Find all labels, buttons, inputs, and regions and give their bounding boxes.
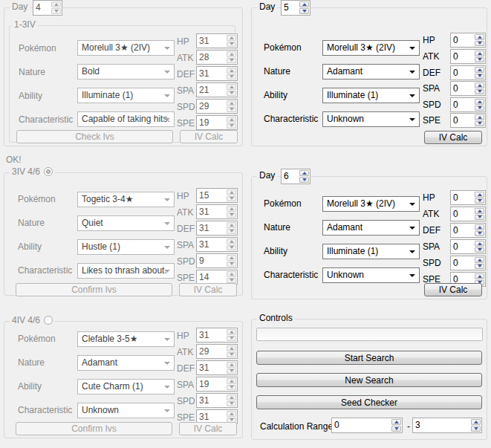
hp-spinner[interactable]: 0 xyxy=(450,190,486,205)
spin-up-button[interactable] xyxy=(227,329,236,335)
characteristic-select[interactable]: Capable of taking hits. xyxy=(77,111,175,127)
atk-spinner[interactable]: 28 xyxy=(196,50,238,65)
spin-down-button[interactable] xyxy=(227,42,236,48)
spin-down-button[interactable] xyxy=(227,278,236,284)
spa-spinner[interactable]: 0 xyxy=(450,81,486,96)
spin-up-button[interactable] xyxy=(475,82,484,88)
range-from-spinner[interactable]: 0 xyxy=(331,418,403,433)
spin-up-button[interactable] xyxy=(227,255,236,261)
spin-up-button[interactable] xyxy=(227,411,236,417)
characteristic-select[interactable]: Unknown xyxy=(322,111,420,127)
spin-down-button[interactable] xyxy=(227,352,236,358)
spa-spinner[interactable]: 0 xyxy=(450,239,486,254)
spe-spinner[interactable]: 14 xyxy=(196,270,238,285)
pokemon-select[interactable]: Morelull 3★ (2IV) xyxy=(322,196,420,212)
spin-down-button[interactable] xyxy=(227,401,236,407)
spin-down-button[interactable] xyxy=(227,245,236,251)
confirm-ivs-button[interactable]: Confirm Ivs xyxy=(16,422,172,435)
spin-down-button[interactable] xyxy=(475,105,484,111)
spd-spinner[interactable]: 29 xyxy=(196,99,238,114)
spa-spinner[interactable]: 21 xyxy=(196,82,238,97)
spin-down-button[interactable] xyxy=(227,336,236,342)
confirm-ivs-button[interactable]: Confirm Ivs xyxy=(16,283,172,296)
ability-select[interactable]: Illuminate (1) xyxy=(322,88,420,103)
spin-up-button[interactable] xyxy=(227,206,236,212)
ability-select[interactable]: Illuminate (1) xyxy=(322,244,420,259)
spin-down-button[interactable] xyxy=(471,426,481,432)
atk-spinner[interactable]: 31 xyxy=(196,204,238,219)
spin-down-button[interactable] xyxy=(475,264,484,270)
spe-spinner[interactable]: 0 xyxy=(450,113,486,128)
spin-down-button[interactable] xyxy=(475,89,484,95)
spin-up-button[interactable] xyxy=(227,345,236,351)
spin-up-button[interactable] xyxy=(471,419,481,425)
spin-down-button[interactable] xyxy=(227,212,236,218)
pokemon-select[interactable]: Morelull 3★ (2IV) xyxy=(77,40,175,56)
def-spinner[interactable]: 31 xyxy=(196,66,238,81)
spin-up-button[interactable] xyxy=(227,100,236,106)
atk-spinner[interactable]: 0 xyxy=(450,207,486,221)
atk-spinner[interactable]: 0 xyxy=(450,49,486,64)
spin-up-button[interactable] xyxy=(475,273,484,279)
check-ivs-button[interactable]: Check Ivs xyxy=(16,130,173,143)
pokemon-select[interactable]: Clefable 3-5★ xyxy=(77,331,175,347)
nature-select[interactable]: Adamant xyxy=(322,220,420,236)
day-spinner[interactable]: 5 xyxy=(281,0,310,16)
spin-up-button[interactable] xyxy=(227,35,236,41)
spin-down-button[interactable] xyxy=(227,74,236,80)
spin-up-button[interactable] xyxy=(227,189,236,195)
spin-down-button[interactable] xyxy=(475,74,484,79)
day-spinner[interactable]: 4 xyxy=(33,0,62,16)
hp-spinner[interactable]: 31 xyxy=(196,33,238,48)
spin-up-button[interactable] xyxy=(227,51,236,57)
spin-up-button[interactable] xyxy=(475,67,484,73)
spin-down-button[interactable] xyxy=(475,121,484,127)
nature-select[interactable]: Adamant xyxy=(322,64,420,79)
spin-down-button[interactable] xyxy=(475,231,484,237)
spin-up-button[interactable] xyxy=(227,271,236,277)
hp-spinner[interactable]: 31 xyxy=(196,328,238,343)
spin-up-button[interactable] xyxy=(391,419,401,425)
spin-down-button[interactable] xyxy=(227,91,236,97)
pokemon-select[interactable]: Morelull 3★ (2IV) xyxy=(322,40,420,56)
spin-down-button[interactable] xyxy=(299,177,309,183)
spd-spinner[interactable]: 31 xyxy=(196,393,238,408)
spa-spinner[interactable]: 19 xyxy=(196,377,238,392)
spd-spinner[interactable]: 0 xyxy=(450,97,486,112)
def-spinner[interactable]: 0 xyxy=(450,65,486,80)
seed-checker-button[interactable]: Seed Checker xyxy=(256,395,482,409)
iv-calc-button[interactable]: IV Calc xyxy=(424,131,482,144)
spin-up-button[interactable] xyxy=(299,170,309,176)
spin-down-button[interactable] xyxy=(299,8,309,14)
spe-spinner[interactable]: 19 xyxy=(196,115,238,130)
spin-up-button[interactable] xyxy=(227,378,236,384)
spin-down-button[interactable] xyxy=(227,262,236,267)
atk-spinner[interactable]: 29 xyxy=(196,344,238,359)
ability-select[interactable]: Illuminate (1) xyxy=(77,88,175,103)
pokemon-select[interactable]: Togetic 3-4★ xyxy=(77,192,175,207)
spin-down-button[interactable] xyxy=(391,426,401,432)
spin-down-button[interactable] xyxy=(51,8,61,14)
spin-down-button[interactable] xyxy=(227,58,236,64)
def-spinner[interactable]: 31 xyxy=(196,360,238,375)
range-to-spinner[interactable]: 3 xyxy=(412,418,482,433)
hp-spinner[interactable]: 15 xyxy=(196,188,238,203)
spin-up-button[interactable] xyxy=(51,1,61,7)
spin-up-button[interactable] xyxy=(475,114,484,120)
spin-up-button[interactable] xyxy=(475,51,484,56)
spin-up-button[interactable] xyxy=(227,222,236,228)
spin-down-button[interactable] xyxy=(227,229,236,235)
spin-up-button[interactable] xyxy=(227,117,236,123)
radio-3iv[interactable] xyxy=(44,167,53,176)
spin-up-button[interactable] xyxy=(227,362,236,368)
spin-up-button[interactable] xyxy=(227,68,236,74)
start-search-button[interactable]: Start Search xyxy=(256,351,482,365)
day-spinner[interactable]: 6 xyxy=(281,169,310,184)
spd-spinner[interactable]: 0 xyxy=(450,256,486,270)
nature-select[interactable]: Bold xyxy=(77,64,175,79)
spin-up-button[interactable] xyxy=(475,257,484,263)
spin-down-button[interactable] xyxy=(227,369,236,374)
spd-spinner[interactable]: 9 xyxy=(196,253,238,268)
spin-up-button[interactable] xyxy=(475,192,484,198)
characteristic-select[interactable]: Unknown xyxy=(322,267,420,283)
